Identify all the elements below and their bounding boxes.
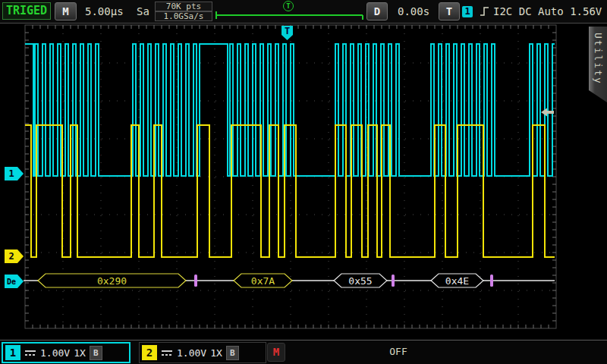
channel2-badge: 2: [142, 345, 157, 360]
channel1-probe: 1X: [74, 347, 86, 359]
channel2-scale: 1.00V: [177, 347, 206, 359]
channel1-bandwidth-badge: B: [90, 346, 102, 360]
channel1-position-marker-label: 1: [8, 168, 14, 179]
utility-side-tab[interactable]: Utility: [589, 27, 607, 102]
decode-frame-value: 0x290: [97, 275, 127, 287]
channel1-scale: 1.00V: [40, 347, 70, 359]
decode-stop-marker: [392, 275, 395, 287]
utility-tab-label: Utility: [593, 33, 604, 102]
reference-status: OFF: [285, 343, 511, 360]
decode-stop-marker: [490, 275, 493, 287]
dc-coupling-icon: [24, 349, 36, 356]
math-channel-badge[interactable]: M: [267, 343, 285, 362]
decode-stop-marker: [194, 275, 197, 287]
trigger-position-flag-label: T: [285, 26, 290, 36]
bottom-status-bar: 1 1.00V 1X B 2 1.00V 1X B M OFF: [0, 340, 607, 364]
decode-frame-value: 0x55: [348, 275, 372, 287]
channel1-badge: 1: [5, 345, 20, 360]
channel2-position-marker-label: 2: [8, 251, 14, 262]
channel2-probe: 1X: [210, 347, 222, 359]
channel1-status-box[interactable]: 1 1.00V 1X B: [2, 342, 131, 363]
channel2-status-box[interactable]: 2 1.00V 1X B: [139, 342, 266, 363]
decode-position-marker-label: De: [7, 278, 16, 286]
dc-coupling-icon: [161, 349, 173, 356]
oscilloscope-screen: { "top_bar": { "trigger_status": "TRIGED…: [0, 0, 607, 364]
channel2-bandwidth-badge: B: [226, 346, 239, 360]
decode-frame-value: 0x7A: [251, 275, 275, 287]
ch1-scl-trace: [25, 44, 555, 176]
decode-frame-value: 0x4E: [445, 275, 469, 287]
waveform-display: 0x2900x7A0x550x4E12DeT: [0, 0, 607, 364]
